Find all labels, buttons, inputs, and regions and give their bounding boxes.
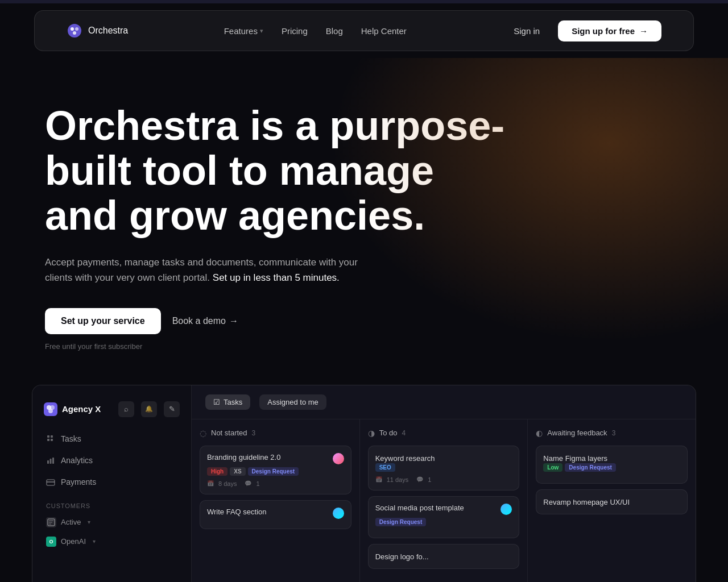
kanban-board: ◌ Not started 3 Branding guideline 2.0 H… [192, 419, 696, 582]
hero-subtitle-highlight: Set up in less than 5 minutes. [213, 272, 340, 283]
nav-actions: Sign in Sign up for free → [502, 20, 661, 41]
svg-rect-7 [47, 435, 49, 438]
kanban-card[interactable]: Write FAQ section [200, 500, 351, 529]
kanban-card[interactable]: Design logo fo... [368, 544, 520, 569]
logo-text: Orchestra [88, 26, 128, 36]
edit-icon-button[interactable]: ✎ [164, 401, 180, 417]
svg-point-6 [48, 409, 53, 413]
card-meta: 📅 11 days 💬 1 [375, 476, 512, 483]
tab-tasks[interactable]: ☑ Tasks [205, 394, 250, 410]
hero-note: Free until your first subscriber [45, 342, 683, 351]
brand-icon [44, 402, 57, 416]
svg-rect-11 [47, 460, 49, 464]
top-stripe [0, 0, 728, 3]
sidebar-item-analytics[interactable]: Analytics [39, 450, 184, 471]
sidebar-section-customers: Customers [32, 493, 191, 513]
nav-help[interactable]: Help Center [361, 26, 407, 36]
arrow-right-icon: → [639, 26, 648, 36]
tag-seo: SEO [375, 463, 395, 472]
col-header-todo: ◑ To do 4 [368, 429, 520, 438]
kanban-col-not-started: ◌ Not started 3 Branding guideline 2.0 H… [192, 419, 360, 582]
comment-icon: 💬 [416, 476, 423, 483]
calendar-icon: 📅 [207, 480, 214, 487]
tag-design: Design Request [375, 518, 427, 526]
card-meta: 📅 8 days 💬 1 [207, 480, 344, 487]
tab-assigned[interactable]: Assigned to me [259, 394, 326, 410]
tag-design: Design Request [248, 467, 299, 476]
nav-pricing[interactable]: Pricing [282, 26, 308, 36]
bell-icon: 🔔 [145, 405, 153, 413]
svg-point-2 [75, 27, 78, 31]
sidebar-nav: Tasks Analytics [32, 429, 191, 492]
active-customer-icon [46, 517, 56, 527]
kanban-card[interactable]: Social media post template Design Reques… [368, 496, 520, 538]
svg-rect-8 [47, 439, 49, 441]
signup-button[interactable]: Sign up for free → [558, 20, 661, 41]
app-main-header: ☑ Tasks Assigned to me [192, 385, 696, 419]
kanban-card[interactable]: Name Figma layers Low Design Request [536, 446, 688, 484]
kanban-card[interactable]: Keyword research SEO 📅 11 days 💬 1 [368, 446, 520, 490]
nav-features[interactable]: Features ▾ [224, 26, 263, 36]
navbar: Orchestra Features ▾ Pricing Blog Help C… [34, 10, 694, 51]
sidebar-item-payments[interactable]: Payments [39, 472, 184, 492]
kanban-card[interactable]: Branding guideline 2.0 High XS Design Re… [200, 446, 351, 494]
app-preview: Agency X ⌕ 🔔 ✎ [32, 385, 696, 582]
tag-xs: XS [230, 467, 245, 476]
app-sidebar: Agency X ⌕ 🔔 ✎ [32, 385, 192, 582]
sidebar-action-icons: ⌕ 🔔 ✎ [118, 401, 180, 417]
sidebar-header: Agency X ⌕ 🔔 ✎ [32, 397, 191, 429]
avatar [500, 504, 512, 515]
nav-logo[interactable]: Orchestra [67, 23, 128, 39]
svg-point-1 [71, 27, 74, 31]
kanban-col-feedback: ◐ Awaiting feedback 3 Name Figma layers … [528, 419, 696, 582]
nav-blog[interactable]: Blog [326, 26, 343, 36]
hero-actions: Set up your service Book a demo → [45, 308, 683, 334]
svg-rect-9 [51, 435, 53, 438]
col-header-feedback: ◐ Awaiting feedback 3 [536, 429, 688, 438]
setup-service-button[interactable]: Set up your service [45, 308, 161, 334]
chevron-down-icon: ▾ [260, 27, 263, 35]
col-header-not-started: ◌ Not started 3 [200, 429, 351, 438]
hero-title: Orchestra is a purpose-built tool to man… [45, 103, 511, 239]
openai-chevron-icon: ▾ [93, 538, 96, 544]
app-main: ☑ Tasks Assigned to me ◌ Not started 3 B… [192, 385, 696, 582]
arrow-right-icon: → [229, 316, 238, 326]
orchestra-logo-icon [67, 23, 82, 39]
tag-design: Design Request [565, 463, 616, 472]
avatar [333, 508, 344, 519]
svg-rect-10 [51, 439, 53, 441]
not-started-status-icon: ◌ [200, 429, 206, 438]
nav-links: Features ▾ Pricing Blog Help Center [224, 26, 407, 36]
svg-rect-13 [52, 458, 54, 464]
kanban-col-todo: ◑ To do 4 Keyword research SEO 📅 11 days… [360, 419, 528, 582]
comment-icon: 💬 [245, 480, 251, 487]
tasks-icon [46, 434, 55, 443]
sidebar-customer-openai[interactable]: O OpenAI ▾ [32, 532, 191, 551]
sidebar-customer-active[interactable]: Active ▾ [32, 513, 191, 532]
hero-section: Orchestra is a purpose-built tool to man… [0, 58, 728, 385]
openai-customer-icon: O [46, 537, 56, 547]
calendar-icon: 📅 [375, 476, 382, 483]
bell-icon-button[interactable]: 🔔 [141, 401, 157, 417]
sidebar-item-tasks[interactable]: Tasks [39, 429, 184, 449]
kanban-card[interactable]: Revamp homepage UX/UI [536, 489, 688, 514]
book-demo-button[interactable]: Book a demo → [172, 316, 238, 326]
svg-point-0 [68, 24, 81, 38]
sidebar-brand: Agency X [44, 402, 101, 416]
search-icon: ⌕ [124, 405, 129, 413]
feedback-status-icon: ◐ [536, 429, 543, 438]
card-tags: Low Design Request [543, 463, 680, 472]
search-icon-button[interactable]: ⌕ [118, 401, 134, 417]
analytics-icon [46, 456, 55, 465]
avatar [333, 453, 344, 464]
todo-status-icon: ◑ [368, 429, 375, 438]
card-tags: High XS Design Request [207, 467, 344, 476]
hero-subtitle: Accept payments, manage tasks and docume… [45, 255, 363, 285]
signin-button[interactable]: Sign in [502, 22, 551, 40]
tag-high: High [207, 467, 228, 476]
card-tags: Design Request [375, 518, 512, 526]
tasks-tab-icon: ☑ [213, 398, 220, 406]
payments-icon [46, 477, 55, 487]
card-tags: SEO [375, 463, 512, 472]
svg-rect-12 [50, 459, 52, 464]
